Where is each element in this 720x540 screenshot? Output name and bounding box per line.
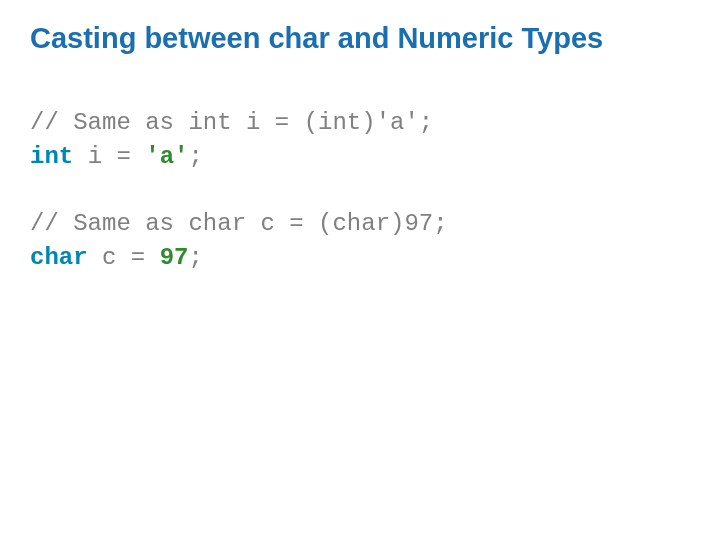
comment-text: // Same as int i = (int)'a'; — [30, 109, 433, 136]
identifier-c: c — [102, 244, 116, 271]
comment-text: // Same as char c = (char)97; — [30, 210, 448, 237]
blank-line — [30, 173, 690, 207]
code-line-int-decl: int i = 'a'; — [30, 140, 690, 174]
code-line-comment-2: // Same as char c = (char)97; — [30, 207, 690, 241]
slide-title: Casting between char and Numeric Types — [30, 20, 690, 56]
equals-op: = — [131, 244, 145, 271]
number-literal-97: 97 — [160, 244, 189, 271]
slide: Casting between char and Numeric Types /… — [0, 0, 720, 540]
code-block: // Same as int i = (int)'a'; int i = 'a'… — [30, 106, 690, 274]
keyword-int: int — [30, 143, 73, 170]
identifier-i: i — [88, 143, 102, 170]
equals-op: = — [116, 143, 130, 170]
keyword-char: char — [30, 244, 88, 271]
code-line-char-decl: char c = 97; — [30, 241, 690, 275]
semicolon: ; — [188, 244, 202, 271]
semicolon: ; — [188, 143, 202, 170]
char-literal-a: 'a' — [145, 143, 188, 170]
code-line-comment-1: // Same as int i = (int)'a'; — [30, 106, 690, 140]
